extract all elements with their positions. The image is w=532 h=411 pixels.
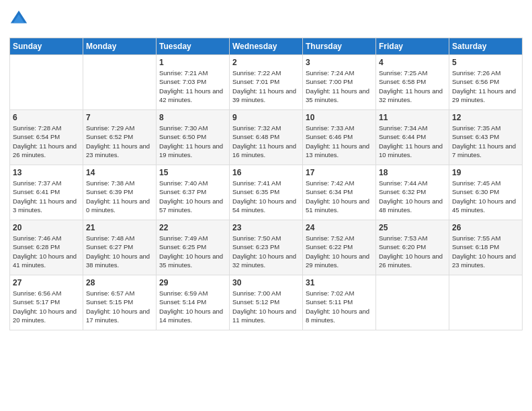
day-info: Sunrise: 7:46 AM Sunset: 6:28 PM Dayligh…	[13, 234, 80, 269]
day-number: 25	[379, 223, 446, 232]
day-info: Sunrise: 7:24 AM Sunset: 7:00 PM Dayligh…	[306, 68, 373, 104]
calendar-cell: 5Sunrise: 7:26 AM Sunset: 6:56 PM Daylig…	[449, 55, 523, 110]
calendar-cell: 14Sunrise: 7:38 AM Sunset: 6:39 PM Dayli…	[83, 165, 157, 220]
day-number: 7	[86, 113, 153, 122]
day-number: 29	[159, 278, 226, 287]
day-number: 16	[232, 168, 300, 177]
day-info: Sunrise: 7:35 AM Sunset: 6:43 PM Dayligh…	[452, 124, 519, 159]
week-row-2: 6Sunrise: 7:28 AM Sunset: 6:54 PM Daylig…	[10, 110, 523, 165]
day-number: 22	[159, 223, 226, 232]
calendar-cell: 28Sunrise: 6:57 AM Sunset: 5:15 PM Dayli…	[83, 275, 157, 330]
calendar-cell: 6Sunrise: 7:28 AM Sunset: 6:54 PM Daylig…	[10, 110, 83, 165]
day-info: Sunrise: 7:02 AM Sunset: 5:11 PM Dayligh…	[306, 289, 373, 324]
header	[9, 7, 523, 32]
day-number: 13	[13, 168, 80, 177]
day-info: Sunrise: 7:28 AM Sunset: 6:54 PM Dayligh…	[13, 124, 80, 159]
day-number: 31	[306, 278, 373, 287]
day-info: Sunrise: 7:52 AM Sunset: 6:22 PM Dayligh…	[306, 234, 373, 269]
day-header-thursday: Thursday	[303, 38, 376, 55]
week-row-1: 1Sunrise: 7:21 AM Sunset: 7:03 PM Daylig…	[10, 55, 523, 110]
day-info: Sunrise: 7:41 AM Sunset: 6:35 PM Dayligh…	[232, 179, 300, 214]
calendar-cell: 22Sunrise: 7:49 AM Sunset: 6:25 PM Dayli…	[157, 220, 230, 275]
day-info: Sunrise: 6:56 AM Sunset: 5:17 PM Dayligh…	[13, 289, 80, 324]
day-info: Sunrise: 7:33 AM Sunset: 6:46 PM Dayligh…	[306, 124, 373, 159]
day-info: Sunrise: 7:38 AM Sunset: 6:39 PM Dayligh…	[86, 179, 153, 214]
day-number: 1	[159, 58, 226, 67]
calendar-cell	[10, 55, 83, 110]
day-number: 6	[13, 113, 80, 122]
calendar-cell: 13Sunrise: 7:37 AM Sunset: 6:41 PM Dayli…	[10, 165, 83, 220]
calendar-cell: 29Sunrise: 6:59 AM Sunset: 5:14 PM Dayli…	[157, 275, 230, 330]
calendar-cell: 1Sunrise: 7:21 AM Sunset: 7:03 PM Daylig…	[157, 55, 230, 110]
logo-icon	[9, 9, 28, 28]
calendar-header: SundayMondayTuesdayWednesdayThursdayFrid…	[10, 38, 523, 55]
calendar-cell: 8Sunrise: 7:30 AM Sunset: 6:50 PM Daylig…	[157, 110, 230, 165]
day-info: Sunrise: 7:25 AM Sunset: 6:58 PM Dayligh…	[379, 68, 446, 104]
day-number: 19	[452, 168, 519, 177]
day-number: 26	[452, 223, 519, 232]
day-info: Sunrise: 7:55 AM Sunset: 6:18 PM Dayligh…	[452, 234, 519, 269]
calendar-cell: 24Sunrise: 7:52 AM Sunset: 6:22 PM Dayli…	[303, 220, 376, 275]
day-number: 20	[13, 223, 80, 232]
day-header-wednesday: Wednesday	[230, 38, 303, 55]
calendar-cell: 16Sunrise: 7:41 AM Sunset: 6:35 PM Dayli…	[230, 165, 303, 220]
calendar-cell: 12Sunrise: 7:35 AM Sunset: 6:43 PM Dayli…	[449, 110, 523, 165]
week-row-5: 27Sunrise: 6:56 AM Sunset: 5:17 PM Dayli…	[10, 275, 523, 330]
day-info: Sunrise: 7:49 AM Sunset: 6:25 PM Dayligh…	[159, 234, 226, 269]
calendar-cell: 11Sunrise: 7:34 AM Sunset: 6:44 PM Dayli…	[376, 110, 449, 165]
day-header-friday: Friday	[376, 38, 449, 55]
calendar-cell: 2Sunrise: 7:22 AM Sunset: 7:01 PM Daylig…	[230, 55, 303, 110]
day-info: Sunrise: 7:53 AM Sunset: 6:20 PM Dayligh…	[379, 234, 446, 269]
day-info: Sunrise: 7:45 AM Sunset: 6:30 PM Dayligh…	[452, 179, 519, 214]
day-info: Sunrise: 6:57 AM Sunset: 5:15 PM Dayligh…	[86, 289, 153, 324]
calendar-cell: 21Sunrise: 7:48 AM Sunset: 6:27 PM Dayli…	[83, 220, 157, 275]
day-number: 2	[232, 58, 300, 67]
calendar-cell: 7Sunrise: 7:29 AM Sunset: 6:52 PM Daylig…	[83, 110, 157, 165]
day-info: Sunrise: 7:50 AM Sunset: 6:23 PM Dayligh…	[232, 234, 300, 269]
day-number: 17	[306, 168, 373, 177]
calendar-cell: 23Sunrise: 7:50 AM Sunset: 6:23 PM Dayli…	[230, 220, 303, 275]
day-info: Sunrise: 7:00 AM Sunset: 5:12 PM Dayligh…	[232, 289, 300, 324]
calendar-cell	[376, 275, 449, 330]
day-info: Sunrise: 7:30 AM Sunset: 6:50 PM Dayligh…	[159, 124, 226, 159]
week-row-4: 20Sunrise: 7:46 AM Sunset: 6:28 PM Dayli…	[10, 220, 523, 275]
day-number: 28	[86, 278, 153, 287]
week-row-3: 13Sunrise: 7:37 AM Sunset: 6:41 PM Dayli…	[10, 165, 523, 220]
day-info: Sunrise: 7:40 AM Sunset: 6:37 PM Dayligh…	[159, 179, 226, 214]
day-info: Sunrise: 7:34 AM Sunset: 6:44 PM Dayligh…	[379, 124, 446, 159]
day-header-monday: Monday	[83, 38, 157, 55]
day-number: 15	[159, 168, 226, 177]
day-info: Sunrise: 7:37 AM Sunset: 6:41 PM Dayligh…	[13, 179, 80, 214]
calendar-cell	[449, 275, 523, 330]
calendar-table: SundayMondayTuesdayWednesdayThursdayFrid…	[9, 38, 523, 330]
day-info: Sunrise: 7:22 AM Sunset: 7:01 PM Dayligh…	[232, 68, 300, 104]
calendar-cell: 19Sunrise: 7:45 AM Sunset: 6:30 PM Dayli…	[449, 165, 523, 220]
calendar-cell: 26Sunrise: 7:55 AM Sunset: 6:18 PM Dayli…	[449, 220, 523, 275]
day-number: 12	[452, 113, 519, 122]
day-number: 14	[86, 168, 153, 177]
day-info: Sunrise: 7:21 AM Sunset: 7:03 PM Dayligh…	[159, 68, 226, 104]
calendar-cell: 4Sunrise: 7:25 AM Sunset: 6:58 PM Daylig…	[376, 55, 449, 110]
day-number: 18	[379, 168, 446, 177]
calendar-cell: 31Sunrise: 7:02 AM Sunset: 5:11 PM Dayli…	[303, 275, 376, 330]
day-info: Sunrise: 7:29 AM Sunset: 6:52 PM Dayligh…	[86, 124, 153, 159]
day-number: 4	[379, 58, 446, 67]
day-number: 24	[306, 223, 373, 232]
day-number: 21	[86, 223, 153, 232]
calendar-cell: 10Sunrise: 7:33 AM Sunset: 6:46 PM Dayli…	[303, 110, 376, 165]
calendar-cell: 30Sunrise: 7:00 AM Sunset: 5:12 PM Dayli…	[230, 275, 303, 330]
calendar-body: 1Sunrise: 7:21 AM Sunset: 7:03 PM Daylig…	[10, 55, 523, 330]
day-info: Sunrise: 7:26 AM Sunset: 6:56 PM Dayligh…	[452, 68, 519, 104]
day-number: 9	[232, 113, 300, 122]
day-number: 23	[232, 223, 300, 232]
day-info: Sunrise: 7:32 AM Sunset: 6:48 PM Dayligh…	[232, 124, 300, 159]
day-info: Sunrise: 7:44 AM Sunset: 6:32 PM Dayligh…	[379, 179, 446, 214]
logo	[9, 9, 28, 32]
calendar-cell: 17Sunrise: 7:42 AM Sunset: 6:34 PM Dayli…	[303, 165, 376, 220]
day-number: 8	[159, 113, 226, 122]
day-header-saturday: Saturday	[449, 38, 523, 55]
calendar-cell: 25Sunrise: 7:53 AM Sunset: 6:20 PM Dayli…	[376, 220, 449, 275]
calendar-cell: 9Sunrise: 7:32 AM Sunset: 6:48 PM Daylig…	[230, 110, 303, 165]
day-number: 30	[232, 278, 300, 287]
day-info: Sunrise: 6:59 AM Sunset: 5:14 PM Dayligh…	[159, 289, 226, 324]
